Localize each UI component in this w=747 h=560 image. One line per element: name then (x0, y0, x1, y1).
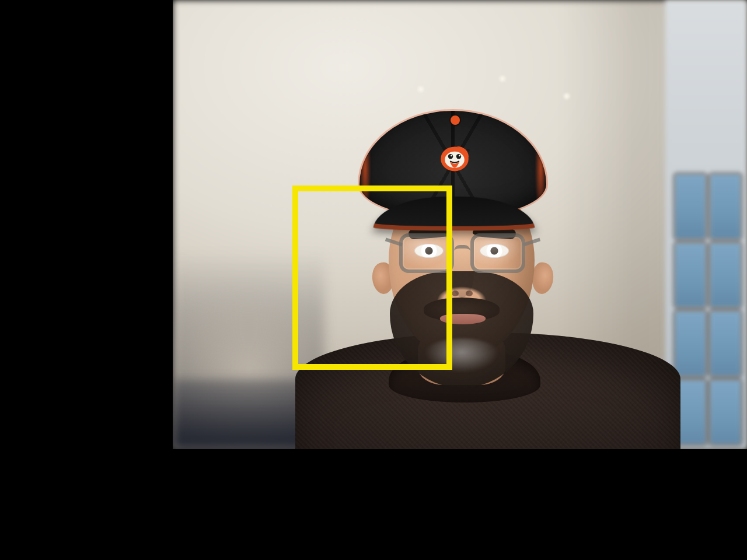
canvas (0, 0, 747, 560)
svg-point-5 (459, 155, 460, 156)
svg-point-4 (451, 155, 452, 156)
cap-logo-bird-icon (433, 138, 476, 178)
svg-point-3 (456, 154, 461, 159)
nostrils (452, 290, 473, 298)
photo (173, 0, 747, 449)
cap-button (451, 116, 460, 125)
glasses-bridge (454, 245, 470, 251)
glasses-lens-right (470, 233, 525, 273)
face-detection-box (292, 186, 452, 370)
svg-point-2 (448, 154, 453, 159)
